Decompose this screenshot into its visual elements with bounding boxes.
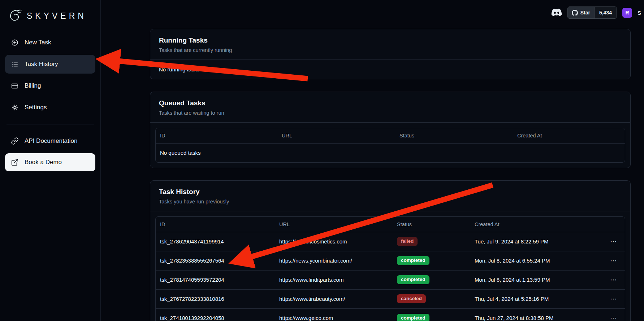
section-subtitle: Tasks you have run previously [159,199,622,205]
task-history-card: Task History Tasks you have run previous… [150,180,631,321]
column-header-id: ID [156,217,275,232]
section-title: Running Tasks [159,36,622,44]
column-header-url: URL [275,217,393,232]
github-icon [572,10,578,16]
column-header-status: Status [393,217,470,232]
column-header-status: Status [395,128,513,143]
task-id: tsk_278147405593572204 [156,270,275,289]
discord-icon[interactable] [551,8,562,17]
task-url: https://www.tirabeauty.com/ [275,289,393,308]
github-star-count: 5,434 [594,7,617,18]
logo-text: SKYVERN [27,11,87,21]
task-url: https://www.geico.com [275,308,393,321]
book-a-demo-button[interactable]: Book a Demo [5,153,95,171]
task-url: https://www.finditparts.com [275,270,393,289]
status-badge: canceled [397,294,426,303]
running-tasks-card: Running Tasks Tasks that are currently r… [150,29,631,79]
column-header-created-at: Created At [470,217,601,232]
status-badge: failed [397,237,418,246]
list-icon [11,60,19,68]
empty-row: No queued tasks [156,143,625,162]
avatar[interactable]: R [622,8,632,18]
queued-tasks-table: ID URL Status Created At No queued tasks [155,128,625,163]
status-badge: completed [397,314,429,321]
github-star-button[interactable]: Star 5,434 [567,6,617,19]
section-title: Queued Tasks [159,99,622,107]
row-actions-button[interactable]: ⋯ [607,275,621,285]
running-tasks-empty-state: No running tasks [150,60,630,79]
plus-circle-icon [11,39,19,47]
topbar: Star 5,434 R S [551,6,641,19]
table-row[interactable]: tsk_278147405593572204 https://www.findi… [156,270,625,289]
table-row[interactable]: tsk_276727822333810816 https://www.tirab… [156,289,625,308]
credit-card-icon [11,82,19,90]
task-created-at: Mon, Jul 8, 2024 at 6:55:24 PM [470,251,601,270]
running-tasks-header: Running Tasks Tasks that are currently r… [150,29,630,60]
main-content: Running Tasks Tasks that are currently r… [150,0,631,321]
book-a-demo-label: Book a Demo [25,159,62,166]
status-badge: completed [397,275,429,284]
sidebar-item-billing[interactable]: Billing [5,76,95,95]
section-title: Task History [159,188,622,196]
task-created-at: Mon, Jul 8, 2024 at 1:13:59 PM [470,270,601,289]
sidebar-item-label: Settings [25,104,47,111]
table-row[interactable]: tsk_278235388555267564 https://news.ycom… [156,251,625,270]
github-star-label: Star [580,10,590,16]
sidebar-item-label: New Task [25,39,51,46]
section-subtitle: Tasks that are currently running [159,47,622,53]
link-icon [11,137,19,145]
column-header-actions [601,217,625,232]
task-url: https://www.itcosmetics.com [275,232,393,251]
sidebar-item-new-task[interactable]: New Task [5,33,95,52]
gear-icon [11,104,19,111]
table-header-row: ID URL Status Created At [156,217,625,232]
sidebar-item-task-history[interactable]: Task History [5,55,95,74]
sidebar-item-label: Task History [25,61,58,68]
table-row[interactable]: tsk_274180139292204058 https://www.geico… [156,308,625,321]
task-created-at: Tue, Jul 9, 2024 at 8:22:59 PM [470,232,601,251]
sidebar-item-label: Billing [25,82,41,89]
sidebar-item-settings[interactable]: Settings [5,98,95,117]
queued-tasks-header: Queued Tasks Tasks that are waiting to r… [150,92,630,123]
user-label-partial: S [637,10,641,16]
row-actions-button[interactable]: ⋯ [607,313,621,321]
task-history-table: ID URL Status Created At tsk_27862904374… [155,216,625,321]
column-header-created-at: Created At [513,128,625,143]
column-header-url: URL [277,128,395,143]
task-created-at: Thu, Jul 4, 2024 at 5:25:16 PM [470,289,601,308]
row-actions-button[interactable]: ⋯ [607,294,621,304]
section-subtitle: Tasks that are waiting to run [159,110,622,116]
row-actions-button[interactable]: ⋯ [607,256,621,265]
logo[interactable]: SKYVERN [5,6,95,33]
task-created-at: Thu, Jun 27, 2024 at 8:38:58 PM [470,308,601,321]
sidebar-item-api-documentation[interactable]: API Documentation [5,132,95,150]
task-id: tsk_274180139292204058 [156,308,275,321]
sidebar-divider [7,124,94,124]
task-id: tsk_276727822333810816 [156,289,275,308]
queued-tasks-empty-state: No queued tasks [156,143,625,162]
sidebar: SKYVERN New Task Task History Billing [0,0,101,321]
task-url: https://news.ycombinator.com/ [275,251,393,270]
skyvern-logo-icon [7,8,23,24]
task-history-header: Task History Tasks you have run previous… [150,181,630,211]
queued-tasks-card: Queued Tasks Tasks that are waiting to r… [150,92,631,168]
table-header-row: ID URL Status Created At [156,128,625,143]
table-row[interactable]: tsk_278629043741199914 https://www.itcos… [156,232,625,251]
status-badge: completed [397,256,429,265]
task-id: tsk_278235388555267564 [156,251,275,270]
sidebar-item-label: API Documentation [25,137,77,145]
task-id: tsk_278629043741199914 [156,232,275,251]
column-header-id: ID [156,128,277,143]
row-actions-button[interactable]: ⋯ [607,237,621,246]
external-link-icon [11,158,19,166]
